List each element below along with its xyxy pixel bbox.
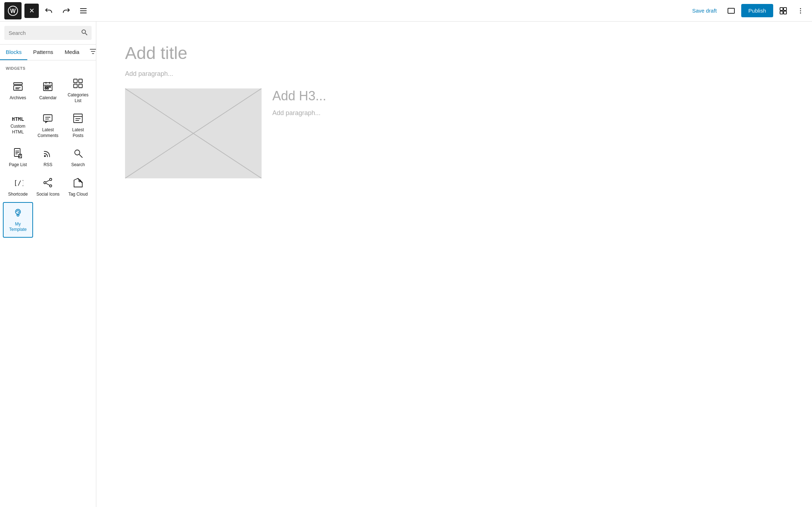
editor-right-column: Add H3... Add paragraph... [272, 88, 783, 117]
settings-button[interactable] [776, 4, 790, 18]
latest-posts-label: Latest Posts [66, 127, 90, 138]
my-template-label: My Template [6, 221, 29, 233]
block-calendar[interactable]: Calendar [33, 73, 63, 108]
list-view-button[interactable] [76, 4, 91, 18]
latest-comments-icon [42, 113, 53, 125]
custom-html-label: Custom HTML [6, 124, 30, 135]
svg-rect-28 [74, 79, 77, 83]
svg-rect-8 [780, 11, 783, 14]
my-template-icon [13, 207, 23, 219]
svg-point-44 [75, 150, 80, 155]
editor-paragraph[interactable]: Add paragraph... [125, 70, 783, 78]
editor-h3[interactable]: Add H3... [272, 88, 783, 104]
calendar-icon [42, 81, 53, 93]
svg-rect-9 [784, 11, 786, 14]
calendar-label: Calendar [39, 95, 57, 101]
search-block-label: Search [71, 162, 85, 168]
block-tag-cloud[interactable]: Tag Cloud [63, 173, 93, 202]
archives-label: Archives [10, 95, 26, 101]
categories-list-label: Categories List [66, 92, 90, 104]
editor-paragraph2[interactable]: Add paragraph... [272, 109, 783, 117]
svg-rect-6 [780, 8, 783, 10]
search-icon [81, 29, 87, 37]
block-latest-posts[interactable]: Latest Posts [63, 108, 93, 143]
tab-patterns[interactable]: Patterns [27, 45, 59, 60]
block-custom-html[interactable]: HTML Custom HTML [3, 108, 33, 143]
custom-html-icon: HTML [12, 117, 24, 122]
block-page-list[interactable]: Page List [3, 143, 33, 173]
svg-line-51 [46, 183, 50, 185]
social-icons-icon [42, 177, 53, 189]
view-button[interactable] [724, 4, 738, 18]
blocks-grid: Archives Cale [0, 73, 96, 241]
sidebar-tabs: Blocks Patterns Media [0, 45, 96, 60]
redo-button[interactable] [59, 4, 73, 18]
shortcode-icon: [/] [13, 177, 23, 189]
search-input[interactable] [9, 30, 78, 36]
rss-label: RSS [43, 162, 52, 168]
svg-point-13 [82, 30, 86, 33]
content-area: Add title Add paragraph... Add H3... Add… [96, 22, 812, 507]
tag-cloud-icon [73, 177, 83, 189]
latest-comments-label: Latest Comments [36, 127, 60, 138]
svg-point-10 [800, 8, 801, 9]
svg-point-12 [800, 12, 801, 13]
save-draft-button[interactable]: Save draft [688, 5, 721, 17]
block-rss[interactable]: RSS [33, 143, 63, 173]
topbar: W ✕ Save draft Publish [0, 0, 812, 22]
rss-icon [42, 148, 53, 160]
svg-rect-26 [45, 88, 46, 89]
svg-rect-23 [45, 86, 46, 87]
block-latest-comments[interactable]: Latest Comments [33, 108, 63, 143]
tab-media[interactable]: Media [59, 45, 85, 60]
svg-point-43 [44, 155, 46, 157]
search-block-icon [73, 148, 83, 160]
block-my-template[interactable]: My Template [3, 202, 33, 238]
svg-rect-30 [74, 84, 77, 88]
svg-rect-27 [47, 88, 49, 89]
svg-line-14 [86, 33, 87, 35]
svg-point-11 [800, 10, 801, 11]
block-shortcode[interactable]: [/] Shortcode [3, 173, 33, 202]
latest-posts-icon [73, 113, 83, 125]
more-button[interactable] [793, 4, 808, 18]
categories-list-icon [73, 78, 83, 90]
svg-text:[/]: [/] [14, 179, 23, 187]
svg-point-49 [50, 185, 52, 187]
section-label-widgets: WIDGETS [0, 60, 96, 73]
svg-rect-15 [14, 83, 22, 84]
page-list-label: Page List [9, 162, 27, 168]
wp-logo[interactable]: W [4, 2, 22, 19]
editor-two-column: Add H3... Add paragraph... [125, 88, 783, 178]
close-button[interactable]: ✕ [24, 4, 39, 18]
svg-rect-5 [728, 8, 734, 13]
svg-rect-31 [79, 84, 82, 88]
page-list-icon [13, 148, 23, 160]
svg-point-48 [44, 182, 46, 184]
sidebar: Blocks Patterns Media WIDGETS [0, 22, 96, 507]
tab-blocks[interactable]: Blocks [0, 45, 27, 60]
main-layout: Blocks Patterns Media WIDGETS [0, 22, 812, 507]
undo-button[interactable] [42, 4, 56, 18]
publish-button[interactable]: Publish [741, 4, 773, 17]
svg-point-53 [15, 209, 20, 214]
block-archives[interactable]: Archives [3, 73, 33, 108]
block-social-icons[interactable]: Social Icons [33, 173, 63, 202]
block-categories-list[interactable]: Categories List [63, 73, 93, 108]
tag-cloud-label: Tag Cloud [68, 192, 88, 197]
filter-icon[interactable] [85, 45, 96, 60]
svg-line-50 [46, 180, 50, 182]
editor-image-placeholder[interactable] [125, 88, 262, 178]
svg-text:W: W [10, 8, 16, 14]
svg-rect-35 [74, 114, 82, 123]
svg-rect-7 [784, 8, 786, 10]
search-input-wrapper [4, 26, 92, 40]
svg-rect-29 [79, 79, 82, 83]
editor-title[interactable]: Add title [125, 43, 783, 63]
svg-point-47 [50, 178, 52, 181]
social-icons-label: Social Icons [36, 192, 60, 197]
block-search[interactable]: Search [63, 143, 93, 173]
shortcode-label: Shortcode [8, 192, 28, 197]
sidebar-search-area [0, 22, 96, 45]
archives-icon [13, 81, 23, 93]
